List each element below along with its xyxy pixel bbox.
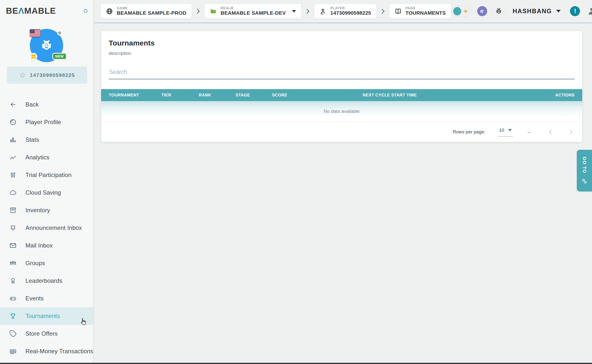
globe-icon [106, 8, 113, 15]
breadcrumb-value: TOURNAMENTS [405, 10, 446, 16]
sidebar-item-label: Back [25, 101, 39, 108]
sidebar-item-trial-participation[interactable]: Trial Participation [0, 166, 93, 184]
column-next-cycle-start-time: NEXT CYCLE START TIME [363, 93, 555, 98]
banknote-icon [9, 348, 17, 355]
sidebar-item-store-offers[interactable]: Store Offers [0, 325, 93, 342]
pagination: Rows per page: 10 – [101, 122, 582, 142]
sidebar-item-stats[interactable]: Stats [0, 131, 93, 149]
sidebar-item-label: Player Profile [25, 119, 61, 126]
table-header: TOURNAMENT TIER RANK STAGE SCORE NEXT CY… [101, 89, 582, 101]
cloud-icon [9, 189, 17, 196]
player-id-value: 14730990598225 [30, 72, 75, 78]
previous-page-button[interactable] [547, 129, 554, 135]
column-tournament: TOURNAMENT [109, 93, 161, 98]
gamepad-icon [9, 295, 17, 302]
rows-per-page-select[interactable]: 10 [498, 128, 513, 137]
sidebar-item-label: Groups [25, 260, 45, 267]
search-input[interactable] [109, 67, 575, 79]
exclamation-icon: ! [574, 7, 576, 15]
page-range: – [528, 129, 530, 135]
medal-icon [9, 277, 17, 284]
us-flag-icon [30, 29, 40, 37]
sidebar-item-label: Store Offers [25, 330, 58, 337]
new-badge: NEW [52, 53, 67, 60]
sidebar-item-events[interactable]: Events [0, 290, 93, 307]
beamable-portal: BEΛMABLE [0, 0, 592, 364]
table-empty-state: No data available [101, 101, 582, 122]
topbar-actions: HASHBANG ! [451, 6, 592, 17]
sidebar-item-label: Cloud Saving [25, 189, 61, 196]
go-to-button[interactable]: GO TO [577, 150, 592, 191]
go-to-label: GO TO [582, 157, 587, 173]
sidebar: BEΛMABLE [0, 0, 94, 364]
trend-line-icon [9, 154, 17, 161]
sidebar-item-tournaments[interactable]: Tournaments [0, 307, 93, 325]
column-rank: RANK [199, 93, 236, 98]
bottom-window-edge [0, 363, 592, 364]
presence-dot-icon [57, 30, 62, 35]
sidebar-item-cloud-saving[interactable]: Cloud Saving [0, 184, 93, 201]
column-stage: STAGE [236, 93, 272, 98]
org-switcher[interactable]: HASHBANG [513, 8, 561, 15]
sidebar-item-leaderboards[interactable]: Leaderboards [0, 272, 93, 290]
sun-icon [463, 8, 468, 14]
breadcrumb-kind: GAME [117, 6, 186, 10]
breadcrumb-realm-chip[interactable]: REALM BEAMABLE SAMPLE-DEV [204, 4, 301, 19]
breadcrumb-value: 14730990598225 [330, 10, 371, 16]
bug-icon [494, 7, 503, 16]
theme-knob [453, 7, 461, 15]
sidebar-item-label: Real-Money Transactions [25, 348, 93, 355]
theme-toggle[interactable] [451, 6, 470, 17]
sidebar-item-player-profile[interactable]: Player Profile [0, 113, 93, 131]
person-icon [320, 8, 326, 15]
breadcrumb: GAME BEAMABLE SAMPLE-PROD REALM BEAMABLE… [101, 4, 451, 19]
sidebar-item-label: Inventory [25, 207, 50, 214]
link-icon [581, 178, 588, 185]
breadcrumb-kind: PAGE [405, 6, 446, 10]
breadcrumb-player-chip[interactable]: PLAYER 14730990598225 [314, 4, 376, 19]
status-ring-icon [84, 9, 87, 13]
sidebar-item-mail-inbox[interactable]: Mail Inbox [0, 237, 93, 254]
player-id-box[interactable]: 14730990598225 [7, 67, 87, 84]
chevron-right-icon [305, 8, 311, 14]
column-tier: TIER [161, 93, 199, 98]
breadcrumb-kind: REALM [221, 6, 286, 10]
sidebar-item-label: Analytics [25, 154, 49, 161]
sidebar-item-announcement-inbox[interactable]: Announcement Inbox [0, 219, 93, 237]
sidebar-item-real-money-transactions[interactable]: Real-Money Transactions [0, 342, 93, 360]
star-icon[interactable] [19, 72, 26, 79]
face-icon [9, 118, 17, 126]
trophy-icon [9, 312, 17, 320]
book-icon [395, 8, 402, 15]
back-arrow-icon [9, 101, 17, 108]
next-page-button[interactable] [568, 129, 574, 135]
empty-text: No data available [324, 109, 360, 114]
list-lines-icon [479, 8, 485, 14]
rows-per-page-value: 10 [499, 128, 504, 133]
sidebar-item-back[interactable]: Back [0, 96, 93, 113]
sidebar-item-label: Leaderboards [25, 277, 62, 284]
breadcrumb-game-chip[interactable]: GAME BEAMABLE SAMPLE-PROD [101, 4, 192, 19]
breadcrumb-value: BEAMABLE SAMPLE-PROD [117, 10, 186, 16]
tournaments-card: Tournaments description TOURNAMENT TIER … [101, 31, 582, 142]
people-icon [9, 259, 17, 267]
chevron-right-icon [195, 8, 201, 14]
sidebar-item-label: Announcement Inbox [25, 224, 82, 231]
beamable-logo: BEΛMABLE [6, 6, 56, 16]
chevron-down-icon [508, 129, 512, 131]
alert-button[interactable]: ! [570, 6, 580, 16]
column-score: SCORE [272, 93, 363, 98]
archive-box-icon [9, 207, 17, 214]
breadcrumb-page-chip[interactable]: PAGE TOURNAMENTS [389, 4, 451, 19]
account-icon[interactable] [587, 6, 592, 16]
sidebar-item-analytics[interactable]: Analytics [0, 149, 93, 166]
logo-row: BEΛMABLE [6, 6, 87, 16]
sidebar-item-groups[interactable]: Groups [0, 254, 93, 272]
chevron-down-icon[interactable] [292, 10, 296, 12]
debug-button[interactable] [494, 7, 503, 16]
sidebar-item-label: Mail Inbox [25, 242, 53, 249]
logs-button[interactable] [477, 6, 487, 16]
player-avatar[interactable]: NEW [30, 29, 63, 62]
org-name: HASHBANG [513, 8, 552, 15]
sidebar-item-inventory[interactable]: Inventory [0, 201, 93, 219]
